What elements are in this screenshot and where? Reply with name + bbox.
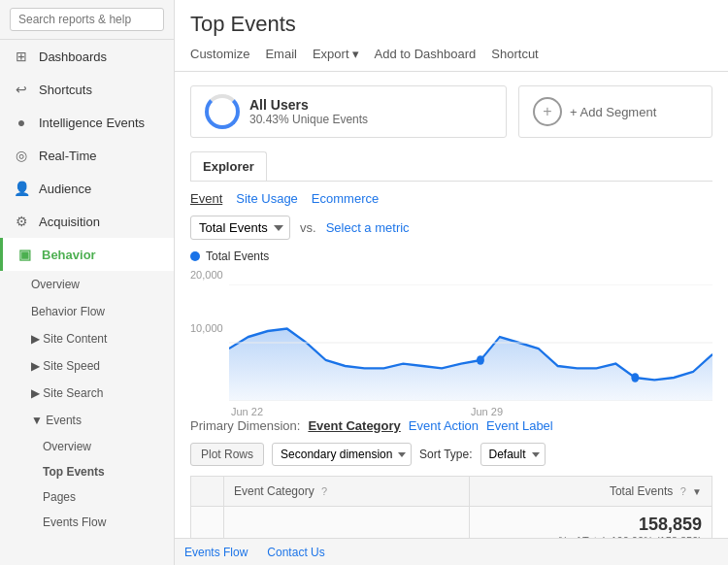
help-icon-2: ?: [680, 485, 686, 497]
sidebar-item-dashboards[interactable]: ⊞ Dashboards: [0, 40, 174, 73]
chart-container: 20,000 10,000: [190, 269, 712, 405]
th-total-events: Total Events ? ▼: [470, 477, 712, 507]
toolbar: Customize Email Export ▾ Add to Dashboar…: [190, 45, 712, 71]
export-button[interactable]: Export ▾: [313, 45, 359, 63]
content-area: All Users 30.43% Unique Events + + Add S…: [175, 72, 728, 565]
behavior-icon: ▣: [15, 247, 34, 262]
sidebar-item-label: Intelligence Events: [39, 116, 145, 130]
segment-info: All Users 30.43% Unique Events: [249, 97, 368, 126]
audience-icon: 👤: [12, 181, 31, 196]
all-users-segment: All Users 30.43% Unique Events: [190, 85, 507, 138]
chart-svg: [229, 284, 712, 401]
chart-area: Total Events 20,000 10,000: [190, 249, 712, 405]
export-chevron-icon: ▾: [352, 47, 359, 61]
segment-sub: 30.43% Unique Events: [249, 113, 368, 126]
sub-tabs: Event Site Usage Ecommerce: [190, 191, 712, 206]
explorer-tab-bar: Explorer: [190, 151, 712, 182]
dashboards-icon: ⊞: [12, 49, 31, 64]
bottom-tabs: Events Flow Contact Us: [175, 538, 728, 565]
dimension-event-category[interactable]: Event Category: [308, 418, 400, 433]
total-value: 158,859: [480, 515, 702, 535]
sidebar-behavior-flow[interactable]: Behavior Flow: [0, 298, 174, 325]
subtab-ecommerce[interactable]: Ecommerce: [312, 191, 379, 206]
sidebar-events-flow[interactable]: Events Flow: [0, 510, 174, 535]
sidebar-top-events[interactable]: Top Events: [0, 459, 174, 484]
sidebar-item-shortcuts[interactable]: ↩ Shortcuts: [0, 73, 174, 106]
sort-type-select[interactable]: Default: [480, 443, 546, 466]
add-segment-circle-icon: +: [533, 97, 562, 126]
legend-label: Total Events: [206, 249, 269, 263]
shortcut-button[interactable]: Shortcut: [491, 45, 538, 63]
customize-button[interactable]: Customize: [190, 45, 249, 63]
legend-dot-icon: [190, 251, 200, 261]
sidebar-item-audience[interactable]: 👤 Audience: [0, 172, 174, 205]
th-checkbox: [191, 477, 224, 507]
segment-circle: [205, 94, 240, 129]
sidebar-events-overview[interactable]: Overview: [0, 434, 174, 459]
main-content: Top Events Customize Email Export ▾ Add …: [175, 0, 728, 565]
select-metric-link[interactable]: Select a metric: [326, 220, 410, 235]
help-icon: ?: [321, 485, 327, 497]
sidebar-item-label: Behavior: [42, 248, 96, 262]
sidebar-events[interactable]: ▼ Events: [0, 407, 174, 434]
secondary-dimension-select[interactable]: Secondary dimension: [272, 443, 412, 466]
dimension-label: Primary Dimension:: [190, 418, 300, 433]
subtab-event[interactable]: Event: [190, 191, 222, 206]
dimension-event-label[interactable]: Event Label: [486, 418, 553, 433]
sidebar: ⊞ Dashboards ↩ Shortcuts ● Intelligence …: [0, 0, 175, 565]
subtab-site-usage[interactable]: Site Usage: [236, 191, 298, 206]
dimension-bar: Primary Dimension: Event Category Event …: [190, 418, 712, 433]
metric-row: Total Events vs. Select a metric: [190, 216, 712, 240]
sidebar-site-content[interactable]: ▶ Site Content: [0, 325, 174, 352]
sidebar-site-search[interactable]: ▶ Site Search: [0, 380, 174, 407]
chart-dot: [631, 373, 639, 382]
plot-rows-button[interactable]: Plot Rows: [190, 443, 264, 466]
acquisition-icon: ⚙: [12, 214, 31, 229]
add-segment-label: + Add Segment: [570, 105, 656, 119]
sidebar-item-label: Acquisition: [39, 215, 100, 229]
sidebar-item-label: Real-Time: [39, 149, 96, 163]
sidebar-behavior-overview[interactable]: Overview: [0, 271, 174, 298]
sidebar-item-acquisition[interactable]: ⚙ Acquisition: [0, 205, 174, 238]
vs-text: vs.: [300, 220, 316, 235]
realtime-icon: ◎: [12, 148, 31, 163]
controls-row: Plot Rows Secondary dimension Sort Type:…: [190, 443, 712, 466]
sidebar-item-label: Dashboards: [39, 50, 107, 64]
search-box[interactable]: [0, 0, 174, 40]
dimension-event-action[interactable]: Event Action: [409, 418, 479, 433]
sidebar-events-pages[interactable]: Pages: [0, 484, 174, 510]
y-label-mid: 10,000: [190, 322, 223, 334]
sidebar-item-label: Audience: [39, 182, 91, 196]
sidebar-item-realtime[interactable]: ◎ Real-Time: [0, 139, 174, 172]
shortcuts-icon: ↩: [12, 82, 31, 97]
add-segment-button[interactable]: + + Add Segment: [518, 85, 712, 138]
sidebar-item-behavior[interactable]: ▣ Behavior: [0, 238, 174, 271]
sort-icon: ▼: [692, 486, 702, 497]
page-title: Top Events: [190, 12, 712, 37]
intelligence-icon: ●: [12, 115, 31, 130]
chart-dot: [477, 355, 484, 365]
th-event-category: Event Category ?: [224, 477, 470, 507]
x-label-jun29: Jun 29: [471, 406, 503, 417]
x-label-jun22: Jun 22: [231, 406, 263, 417]
search-input[interactable]: [10, 8, 164, 31]
segment-name: All Users: [249, 97, 368, 113]
bottom-tab-contact-us[interactable]: Contact Us: [267, 546, 324, 559]
sidebar-item-label: Shortcuts: [39, 83, 92, 97]
tab-explorer[interactable]: Explorer: [190, 151, 267, 181]
email-button[interactable]: Email: [265, 45, 297, 63]
chart-legend: Total Events: [190, 249, 712, 263]
metric-select[interactable]: Total Events: [190, 216, 290, 240]
add-to-dashboard-button[interactable]: Add to Dashboard: [375, 45, 477, 63]
segment-bar: All Users 30.43% Unique Events + + Add S…: [190, 85, 712, 138]
bottom-tab-events-flow[interactable]: Events Flow: [184, 546, 248, 559]
sidebar-site-speed[interactable]: ▶ Site Speed: [0, 352, 174, 380]
sidebar-item-intelligence[interactable]: ● Intelligence Events: [0, 106, 174, 139]
sort-type-label: Sort Type:: [419, 448, 472, 461]
top-bar: Top Events Customize Email Export ▾ Add …: [175, 0, 728, 72]
y-label-top: 20,000: [190, 269, 223, 281]
x-labels: Jun 22 Jun 29: [229, 406, 712, 417]
